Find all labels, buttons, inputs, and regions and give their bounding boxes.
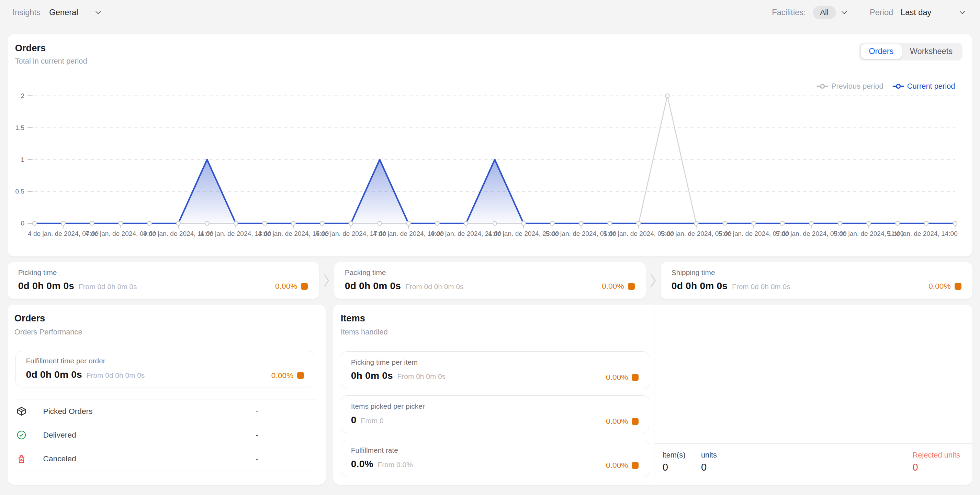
trend-flat-icon [632,374,639,381]
package-icon [16,406,27,417]
metric-value-row: 0.0% From 0.0% [351,458,639,469]
stat-label: Rejected units [913,451,960,460]
kpi-change-pct: 0.00% [275,281,297,291]
metric-from: From 0.0% [377,461,412,469]
facilities-label: Facilities: [772,8,806,17]
row-label: Delivered [43,430,76,440]
kpi-change-pct: 0.00% [602,281,624,291]
orders-time-series-chart: 00.511.524 de jan. de 2024, 07:004 de ja… [8,88,972,250]
chevron-right-icon [649,274,657,287]
kpi-label: Packing time [345,268,635,277]
fulfillment-time-metric: Fulfillment time per order 0d 0h 0m 0s F… [16,351,314,387]
kpi-from: From 0d 0h 0m 0s [732,283,791,291]
insights-group: Insights General [13,8,102,17]
row-value: - [256,407,258,416]
svg-text:1.5: 1.5 [15,124,24,131]
insights-select[interactable]: General [49,8,102,17]
panel-title: Items [341,313,649,324]
trend-flat-icon [301,283,308,290]
metric-change-pct: 0.00% [606,373,628,382]
kpi-value: 0d 0h 0m 0s [671,280,727,292]
insights-dashboard: Insights General Facilities: All Period … [0,0,980,495]
insights-label: Insights [13,8,40,17]
trend-flat-icon [632,418,639,425]
facilities-value-pill[interactable]: All [813,6,836,19]
trend-flat-icon [628,283,635,290]
metric-label: Items picked per picker [351,402,639,410]
metric-from: From 0 [361,417,383,425]
row-label: Picked Orders [43,407,93,416]
stat-value: 0 [701,461,717,473]
panel-title: Orders [14,313,316,324]
svg-text:2: 2 [21,92,24,99]
kpi-change-badge: 0.00% [929,281,961,291]
fulfillment-rate-metric: Fulfillment rate 0.0% From 0.0% 0.00% [341,440,649,477]
bottom-panels: Orders Orders Performance Fulfillment ti… [8,305,972,485]
summary-stats-row: item(s) 0 units 0 Rejected units 0 [654,444,972,485]
kpi-label: Shipping time [671,268,961,277]
items-panel: Items Items handled Picking time per ite… [333,305,972,485]
svg-text:0: 0 [21,220,24,227]
insights-select-value: General [49,8,78,17]
metric-change-badge: 0.00% [606,461,639,470]
metric-label: Picking time per item [351,358,639,366]
kpi-packing-time[interactable]: Packing time 0d 0h 0m 0s From 0d 0h 0m 0… [334,262,646,299]
kpi-strip: Picking time 0d 0h 0m 0s From 0d 0h 0m 0… [8,262,972,299]
period-select-value: Last day [900,8,931,17]
orders-chart-card: Orders Total in current period Orders Wo… [8,34,972,256]
kpi-from: From 0d 0h 0m 0s [79,283,137,291]
kpi-value: 0d 0h 0m 0s [18,280,74,292]
kpi-separator [646,262,661,299]
metric-value: 0 [351,414,356,426]
row-value: - [256,430,258,440]
metric-label: Fulfillment rate [351,446,639,454]
facilities-filter: Facilities: All [772,6,848,19]
chart-subtitle: Total in current period [15,57,87,65]
kpi-separator [319,262,334,299]
items-summary-column: item(s) 0 units 0 Rejected units 0 [654,305,972,485]
chart-tabs: Orders Worksheets [859,43,963,61]
items-metrics-column: Items Items handled Picking time per ite… [333,305,654,485]
row-delivered: Delivered - [14,423,316,447]
svg-text:5 de jan. de 2024, 14:00: 5 de jan. de 2024, 14:00 [887,230,958,237]
tab-orders[interactable]: Orders [861,44,902,59]
row-label: Canceled [43,454,76,463]
chart-title: Orders [15,43,87,54]
tab-worksheets[interactable]: Worksheets [902,44,961,59]
metric-value-row: 0d 0h 0m 0s From 0d 0h 0m 0s [26,369,304,380]
stat-value: 0 [913,461,960,473]
svg-text:0.5: 0.5 [15,188,24,195]
period-filter: Period Last day [870,8,967,17]
stat-label: units [701,451,717,460]
row-value: - [256,454,258,463]
metric-value: 0d 0h 0m 0s [26,369,82,380]
trend-flat-icon [632,462,639,469]
kpi-shipping-time[interactable]: Shipping time 0d 0h 0m 0s From 0d 0h 0m … [661,262,972,299]
period-label: Period [870,8,893,17]
chevron-down-icon[interactable] [840,8,848,17]
picking-time-per-item-metric: Picking time per item 0h 0m 0s From 0h 0… [341,351,649,389]
chevron-down-icon [958,8,967,17]
row-picked-orders: Picked Orders - [14,399,316,423]
metric-value: 0h 0m 0s [351,370,393,381]
panel-subtitle: Orders Performance [14,327,316,337]
metric-change-badge: 0.00% [271,371,304,380]
kpi-value: 0d 0h 0m 0s [345,280,401,292]
filters-group: Facilities: All Period Last day [772,6,967,19]
panel-subtitle: Items handled [341,327,649,337]
kpi-value-row: 0d 0h 0m 0s From 0d 0h 0m 0s [345,280,635,292]
kpi-change-pct: 0.00% [929,281,950,291]
kpi-change-badge: 0.00% [602,281,635,291]
metric-change-pct: 0.00% [606,461,628,470]
chart-header: Orders Total in current period [15,43,87,65]
stat-label: item(s) [663,451,686,460]
kpi-value-row: 0d 0h 0m 0s From 0d 0h 0m 0s [18,280,308,292]
trend-flat-icon [297,372,304,379]
kpi-picking-time[interactable]: Picking time 0d 0h 0m 0s From 0d 0h 0m 0… [8,262,319,299]
period-select[interactable]: Last day [900,8,967,17]
kpi-change-badge: 0.00% [275,281,308,291]
top-filter-bar: Insights General Facilities: All Period … [0,0,980,25]
check-circle-icon [16,430,27,440]
stat-value: 0 [663,461,686,473]
metric-change-pct: 0.00% [606,417,628,426]
